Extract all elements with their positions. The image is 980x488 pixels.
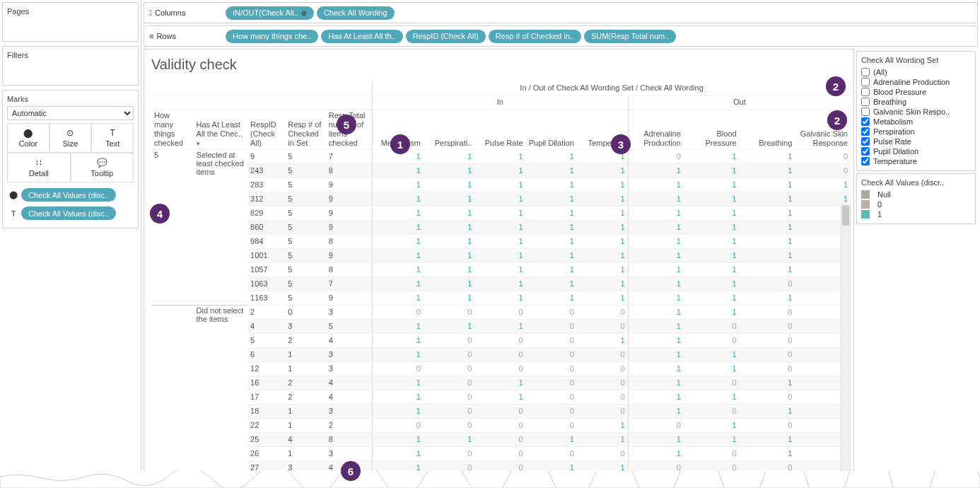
- table-row[interactable]: 31259111111111: [151, 192, 851, 206]
- columns-icon: ⦙⦙: [149, 8, 152, 18]
- table-row[interactable]: Did not select the items203000001101: [151, 305, 851, 319]
- table-row[interactable]: 82959111111111: [151, 206, 851, 220]
- table-row[interactable]: 524100011001: [151, 333, 851, 347]
- table-row[interactable]: 105758111111110: [151, 262, 851, 277]
- table-row[interactable]: 24358111111110: [151, 163, 851, 178]
- filter-checkbox[interactable]: [861, 108, 870, 116]
- color-icon: ⬤: [23, 128, 33, 138]
- mark-color-button[interactable]: ⬤Color: [7, 123, 49, 153]
- column-pill[interactable]: Check All Wording: [317, 6, 395, 20]
- filter-checkbox[interactable]: [861, 147, 870, 156]
- table-row[interactable]: 116359111111111: [151, 291, 851, 305]
- table-row[interactable]: 2613100001010: [151, 446, 851, 460]
- legend-swatch: [861, 200, 870, 209]
- filter-checkbox[interactable]: [861, 137, 870, 146]
- table-row[interactable]: 2548110111111: [151, 432, 851, 446]
- legend-item[interactable]: 0: [861, 199, 971, 209]
- pages-shelf[interactable]: Pages: [2, 2, 139, 42]
- annotation-2: 2: [827, 110, 847, 130]
- annotation-4: 4: [150, 204, 170, 223]
- legend-swatch: [861, 210, 870, 219]
- mark-text-button[interactable]: TText: [91, 123, 134, 153]
- table-row[interactable]: 1213000001101: [151, 361, 851, 376]
- viz-area: Validity check In / Out of Check All Wor…: [144, 49, 854, 486]
- pages-label: Pages: [7, 7, 134, 16]
- color-icon: ⬤: [7, 190, 20, 199]
- size-icon: ⊙: [65, 128, 75, 138]
- table-row[interactable]: 86059111111111: [151, 220, 851, 234]
- vertical-scrollbar[interactable]: [841, 205, 851, 482]
- text-icon: T: [107, 128, 117, 138]
- filter-checkbox[interactable]: [861, 78, 870, 86]
- filter-checkbox[interactable]: [861, 157, 870, 165]
- legend-item[interactable]: 1: [861, 209, 971, 219]
- table-row[interactable]: 106357111111100: [151, 277, 851, 291]
- legend-title: Check All Values (discr..: [861, 178, 971, 187]
- table-row[interactable]: 1724101001100: [151, 390, 851, 404]
- filter-checkbox[interactable]: [861, 68, 870, 76]
- filter-option[interactable]: Pupil Dilation: [861, 146, 971, 156]
- text-icon: T: [7, 209, 20, 218]
- filter-option[interactable]: Adrenaline Production: [861, 77, 971, 87]
- annotation-5: 5: [337, 115, 356, 134]
- row-pill[interactable]: SUM(Resp Total num..: [584, 30, 676, 43]
- table-row[interactable]: 100159111111111: [151, 248, 851, 262]
- tooltip-icon: 💬: [97, 158, 107, 168]
- color-legend: Check All Values (discr.. Null01: [856, 173, 976, 224]
- mark-size-button[interactable]: ⊙Size: [49, 123, 92, 153]
- filters-shelf[interactable]: Filters: [2, 46, 139, 86]
- annotation-1: 1: [390, 134, 410, 154]
- table-row[interactable]: 435111001001: [151, 319, 851, 333]
- marks-card: Marks Automatic ⬤Color ⊙Size TText ∷Deta…: [2, 90, 139, 228]
- filter-option[interactable]: (All): [861, 67, 971, 77]
- sheet-title[interactable]: Validity check: [151, 57, 851, 73]
- filter-checkbox[interactable]: [861, 117, 870, 126]
- row-pill[interactable]: How many things che..: [226, 30, 318, 43]
- scrollbar-thumb[interactable]: [842, 206, 849, 226]
- filter-option[interactable]: Galvanic Skin Respo..: [861, 107, 971, 117]
- legend-item[interactable]: Null: [861, 190, 971, 199]
- filter-option[interactable]: Blood Pressure: [861, 87, 971, 97]
- filter-option[interactable]: Pulse Rate: [861, 136, 971, 146]
- legend-swatch: [861, 190, 870, 199]
- filter-checkbox[interactable]: [861, 98, 870, 106]
- mark-tooltip-button[interactable]: 💬Tooltip: [71, 153, 134, 182]
- row-pill[interactable]: Has At Least All th..: [321, 30, 402, 43]
- wording-set-title: Check All Wording Set: [861, 56, 971, 64]
- torn-edge: [0, 471, 980, 488]
- annotation-2b: 2: [826, 76, 846, 96]
- table-row[interactable]: 613100001100: [151, 347, 851, 361]
- crosstab: In / Out of Check All Wording Set / Chec…: [151, 81, 851, 475]
- table-row[interactable]: 98458111111110: [151, 234, 851, 248]
- filter-checkbox[interactable]: [861, 127, 870, 136]
- filter-option[interactable]: Temperature: [861, 156, 971, 166]
- row-pill[interactable]: Resp # of Checked in..: [489, 30, 581, 43]
- column-pill[interactable]: IN/OUT(Check All..⊕: [226, 6, 314, 20]
- rows-icon: ≡: [149, 32, 153, 40]
- rows-shelf[interactable]: ≡Rows How many things che..Has At Least …: [144, 25, 978, 47]
- mark-pill[interactable]: Check All Values (disc..: [21, 188, 116, 202]
- filter-option[interactable]: Breathing: [861, 97, 971, 107]
- columns-shelf[interactable]: ⦙⦙Columns IN/OUT(Check All..⊕Check All W…: [144, 2, 978, 23]
- wording-set-filter: Check All Wording Set (All)Adrenaline Pr…: [856, 51, 976, 171]
- mark-detail-button[interactable]: ∷Detail: [7, 153, 71, 182]
- filter-option[interactable]: Metabolism: [861, 117, 971, 127]
- annotation-3: 3: [611, 134, 631, 154]
- table-row[interactable]: 1624101001010: [151, 376, 851, 390]
- row-pill[interactable]: RespID (Check All): [406, 30, 486, 43]
- mark-type-select[interactable]: Automatic: [7, 106, 134, 120]
- filter-option[interactable]: Perspiration: [861, 127, 971, 136]
- table-row[interactable]: 5Selected at least checked items95711111…: [151, 149, 851, 163]
- table-row[interactable]: 28359111111111: [151, 178, 851, 192]
- marks-label: Marks: [7, 95, 134, 103]
- detail-icon: ∷: [34, 158, 44, 168]
- annotation-6: 6: [341, 461, 361, 481]
- table-row[interactable]: 1813100001010: [151, 404, 851, 418]
- table-row[interactable]: 2212000010100: [151, 418, 851, 432]
- filters-label: Filters: [7, 51, 134, 59]
- mark-pill[interactable]: Check All Values (disc..: [21, 207, 116, 220]
- filter-checkbox[interactable]: [861, 88, 870, 96]
